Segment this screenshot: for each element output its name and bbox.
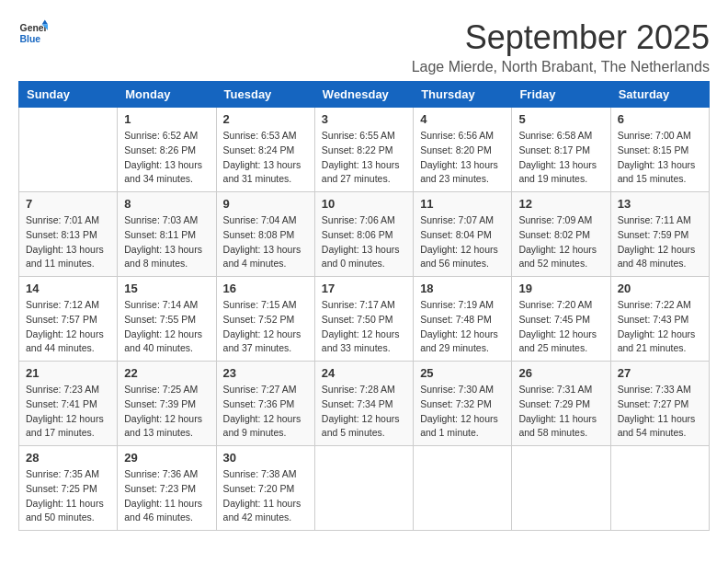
day-number: 8 [124,197,209,211]
day-info: Sunrise: 7:19 AM Sunset: 7:48 PM Dayligh… [420,298,505,356]
weekday-header-row: SundayMondayTuesdayWednesdayThursdayFrid… [19,82,710,108]
weekday-header: Thursday [414,82,512,108]
day-info: Sunrise: 7:36 AM Sunset: 7:23 PM Dayligh… [124,467,209,525]
logo: General Blue [18,18,48,48]
weekday-header: Wednesday [314,82,413,108]
day-number: 28 [26,451,110,465]
day-number: 30 [223,451,308,465]
day-number: 12 [518,197,603,211]
day-info: Sunrise: 6:53 AM Sunset: 8:24 PM Dayligh… [223,129,308,187]
day-info: Sunrise: 7:00 AM Sunset: 8:15 PM Dayligh… [618,129,702,187]
day-info: Sunrise: 7:11 AM Sunset: 7:59 PM Dayligh… [618,213,702,271]
calendar-cell: 7Sunrise: 7:01 AM Sunset: 8:13 PM Daylig… [19,192,118,277]
weekday-header: Monday [118,82,216,108]
calendar-cell: 27Sunrise: 7:33 AM Sunset: 7:27 PM Dayli… [610,362,709,446]
calendar-cell: 9Sunrise: 7:04 AM Sunset: 8:08 PM Daylig… [216,192,314,277]
month-title: September 2025 [412,18,710,57]
calendar-cell: 10Sunrise: 7:06 AM Sunset: 8:06 PM Dayli… [314,192,413,277]
weekday-header: Saturday [610,82,709,108]
day-info: Sunrise: 6:52 AM Sunset: 8:26 PM Dayligh… [124,129,209,187]
day-number: 13 [618,197,702,211]
day-number: 4 [420,112,505,126]
day-info: Sunrise: 7:38 AM Sunset: 7:20 PM Dayligh… [223,467,308,525]
calendar-cell: 6Sunrise: 7:00 AM Sunset: 8:15 PM Daylig… [610,108,709,192]
day-info: Sunrise: 7:09 AM Sunset: 8:02 PM Dayligh… [518,213,603,271]
calendar-cell: 22Sunrise: 7:25 AM Sunset: 7:39 PM Dayli… [118,362,216,446]
day-number: 21 [26,366,110,380]
title-section: September 2025 Lage Mierde, North Braban… [412,18,710,75]
calendar-week-row: 21Sunrise: 7:23 AM Sunset: 7:41 PM Dayli… [19,362,710,446]
day-number: 26 [518,366,603,380]
calendar-week-row: 7Sunrise: 7:01 AM Sunset: 8:13 PM Daylig… [19,192,710,277]
day-number: 20 [618,282,702,295]
day-info: Sunrise: 7:28 AM Sunset: 7:34 PM Dayligh… [322,383,406,441]
day-info: Sunrise: 7:27 AM Sunset: 7:36 PM Dayligh… [223,383,308,441]
calendar-cell: 2Sunrise: 6:53 AM Sunset: 8:24 PM Daylig… [216,108,314,192]
day-number: 23 [223,366,308,380]
logo-icon: General Blue [18,18,48,48]
calendar-cell [314,446,413,531]
calendar-cell [414,446,512,531]
calendar-cell: 12Sunrise: 7:09 AM Sunset: 8:02 PM Dayli… [512,192,610,277]
calendar-cell: 21Sunrise: 7:23 AM Sunset: 7:41 PM Dayli… [19,362,118,446]
day-number: 17 [322,282,406,295]
location-title: Lage Mierde, North Brabant, The Netherla… [412,59,710,75]
day-number: 9 [223,197,308,211]
calendar-cell [512,446,610,531]
calendar-cell: 17Sunrise: 7:17 AM Sunset: 7:50 PM Dayli… [314,277,413,362]
day-number: 2 [223,112,308,126]
day-number: 22 [124,366,209,380]
day-info: Sunrise: 7:30 AM Sunset: 7:32 PM Dayligh… [420,383,505,441]
day-info: Sunrise: 7:01 AM Sunset: 8:13 PM Dayligh… [26,213,110,271]
day-number: 3 [322,112,406,126]
day-info: Sunrise: 7:17 AM Sunset: 7:50 PM Dayligh… [322,298,406,356]
calendar-cell: 15Sunrise: 7:14 AM Sunset: 7:55 PM Dayli… [118,277,216,362]
weekday-header: Sunday [19,82,118,108]
day-number: 27 [618,366,702,380]
calendar-cell: 23Sunrise: 7:27 AM Sunset: 7:36 PM Dayli… [216,362,314,446]
day-info: Sunrise: 7:33 AM Sunset: 7:27 PM Dayligh… [618,383,702,441]
calendar-cell: 28Sunrise: 7:35 AM Sunset: 7:25 PM Dayli… [19,446,118,531]
calendar-cell: 25Sunrise: 7:30 AM Sunset: 7:32 PM Dayli… [414,362,512,446]
day-info: Sunrise: 7:23 AM Sunset: 7:41 PM Dayligh… [26,383,110,441]
weekday-header: Friday [512,82,610,108]
calendar-cell: 16Sunrise: 7:15 AM Sunset: 7:52 PM Dayli… [216,277,314,362]
calendar-cell [610,446,709,531]
calendar-cell: 18Sunrise: 7:19 AM Sunset: 7:48 PM Dayli… [414,277,512,362]
day-number: 5 [518,112,603,126]
page-header: General Blue September 2025 Lage Mierde,… [18,18,710,75]
calendar-table: SundayMondayTuesdayWednesdayThursdayFrid… [18,81,710,531]
calendar-cell: 19Sunrise: 7:20 AM Sunset: 7:45 PM Dayli… [512,277,610,362]
day-info: Sunrise: 7:06 AM Sunset: 8:06 PM Dayligh… [322,213,406,271]
day-number: 25 [420,366,505,380]
day-number: 7 [26,197,110,211]
day-info: Sunrise: 7:31 AM Sunset: 7:29 PM Dayligh… [518,383,603,441]
calendar-cell: 14Sunrise: 7:12 AM Sunset: 7:57 PM Dayli… [19,277,118,362]
day-info: Sunrise: 7:12 AM Sunset: 7:57 PM Dayligh… [26,298,110,356]
calendar-week-row: 28Sunrise: 7:35 AM Sunset: 7:25 PM Dayli… [19,446,710,531]
day-number: 19 [518,282,603,295]
day-number: 11 [420,197,505,211]
day-number: 16 [223,282,308,295]
calendar-cell: 5Sunrise: 6:58 AM Sunset: 8:17 PM Daylig… [512,108,610,192]
day-info: Sunrise: 7:20 AM Sunset: 7:45 PM Dayligh… [518,298,603,356]
svg-text:Blue: Blue [20,34,41,44]
day-number: 6 [618,112,702,126]
calendar-cell: 26Sunrise: 7:31 AM Sunset: 7:29 PM Dayli… [512,362,610,446]
day-info: Sunrise: 7:07 AM Sunset: 8:04 PM Dayligh… [420,213,505,271]
day-number: 18 [420,282,505,295]
day-number: 10 [322,197,406,211]
calendar-week-row: 14Sunrise: 7:12 AM Sunset: 7:57 PM Dayli… [19,277,710,362]
calendar-week-row: 1Sunrise: 6:52 AM Sunset: 8:26 PM Daylig… [19,108,710,192]
day-number: 24 [322,366,406,380]
day-info: Sunrise: 7:03 AM Sunset: 8:11 PM Dayligh… [124,213,209,271]
day-info: Sunrise: 6:56 AM Sunset: 8:20 PM Dayligh… [420,129,505,187]
calendar-cell: 30Sunrise: 7:38 AM Sunset: 7:20 PM Dayli… [216,446,314,531]
day-info: Sunrise: 6:58 AM Sunset: 8:17 PM Dayligh… [518,129,603,187]
calendar-cell: 11Sunrise: 7:07 AM Sunset: 8:04 PM Dayli… [414,192,512,277]
calendar-cell: 8Sunrise: 7:03 AM Sunset: 8:11 PM Daylig… [118,192,216,277]
day-number: 14 [26,282,110,295]
day-number: 15 [124,282,209,295]
calendar-cell: 13Sunrise: 7:11 AM Sunset: 7:59 PM Dayli… [610,192,709,277]
day-info: Sunrise: 7:22 AM Sunset: 7:43 PM Dayligh… [618,298,702,356]
